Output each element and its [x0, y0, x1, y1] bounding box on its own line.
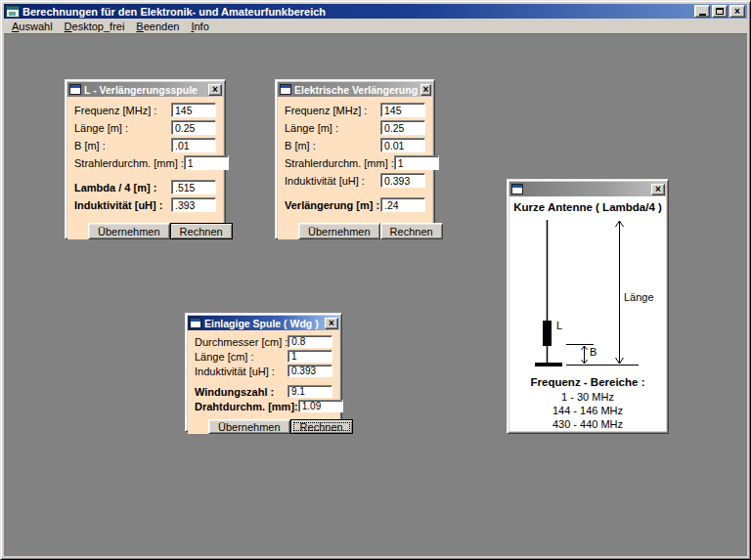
frequency-ranges-heading: Frequenz - Bereiche :: [509, 376, 666, 388]
menu-auswahl[interactable]: Auswahl: [6, 20, 59, 33]
lambda4-output[interactable]: [171, 180, 216, 194]
dialog-title: Einlagige Spule ( Wdg ): [204, 318, 319, 329]
dialog-form: Durchmesser [cm] : Länge [cm] : Induktiv…: [188, 330, 339, 434]
close-icon: ×: [655, 185, 661, 194]
uebernehmen-button[interactable]: Übernehmen: [298, 223, 380, 239]
close-icon: ×: [423, 85, 429, 94]
uebernehmen-button[interactable]: Übernehmen: [88, 223, 170, 239]
laenge-input[interactable]: [380, 120, 425, 135]
induktivitaet-input[interactable]: [380, 173, 425, 188]
button-row: Übernehmen Rechnen: [74, 223, 216, 239]
b-input[interactable]: [171, 138, 216, 152]
field-row: Strahlerdurchm. [mm] :: [74, 155, 216, 170]
close-icon: ×: [329, 319, 334, 327]
frequency-range: 430 - 440 MHz: [509, 418, 666, 430]
form-icon[interactable]: [190, 318, 201, 328]
rechnen-button[interactable]: Rechnen: [170, 223, 233, 239]
laenge-input[interactable]: [171, 120, 216, 135]
form-icon[interactable]: [511, 184, 523, 194]
dialog-title-bar[interactable]: L - Verlängerungsspule ×: [67, 82, 223, 97]
window-controls: ×: [694, 5, 745, 18]
laenge-input[interactable]: [287, 350, 332, 363]
base-height-label: B: [590, 346, 596, 358]
minimize-icon: [699, 14, 706, 16]
dialog-close-button[interactable]: ×: [208, 84, 222, 96]
field-row: Drahtdurchm. [mm]:: [195, 400, 332, 412]
button-row: Übernehmen Rechnen: [195, 419, 332, 434]
b-input[interactable]: [380, 138, 425, 152]
minimize-button[interactable]: [694, 5, 710, 18]
dialog-title-bar[interactable]: Einlagige Spule ( Wdg ) ×: [188, 316, 339, 330]
menu-info[interactable]: Info: [185, 20, 214, 33]
strahlerdurchm-label: Strahlerdurchm. [mm] :: [74, 157, 184, 169]
length-label: Länge: [624, 291, 654, 303]
main-title-bar: Berechnungen für den Elektronik- und Ama…: [4, 4, 747, 19]
menu-beenden[interactable]: Beenden: [130, 20, 185, 33]
antenna-diagram: Kurze Antenne ( Lambda/4 ): [509, 196, 666, 431]
frequency-range: 1 - 30 MHz: [509, 391, 666, 403]
rechnen-button[interactable]: Rechnen: [290, 419, 353, 434]
application-icon[interactable]: [6, 6, 20, 18]
windungszahl-output[interactable]: [287, 385, 332, 398]
rechnen-button[interactable]: Rechnen: [380, 223, 443, 239]
menu-desktop-frei[interactable]: Desktop_frei: [59, 20, 131, 33]
b-label: B [m] :: [74, 140, 106, 151]
dialog-close-button[interactable]: ×: [325, 318, 338, 329]
button-row: Übernehmen Rechnen: [285, 223, 425, 239]
frequenz-label: Frequenz [MHz] :: [285, 105, 367, 116]
field-row: B [m] :: [74, 138, 216, 152]
dialog-verlaengerungsspule: L - Verlängerungsspule × Frequenz [MHz] …: [65, 79, 226, 239]
close-button[interactable]: ×: [729, 5, 745, 18]
dialog-form: Frequenz [MHz] : Länge [m] : B [m] : Str…: [278, 97, 432, 239]
dialog-title: L - Verlängerungsspule: [84, 84, 198, 96]
dialog-form: Frequenz [MHz] : Länge [m] : B [m] : Str…: [67, 97, 223, 239]
dialog-einlagige-spule: Einlagige Spule ( Wdg ) × Durchmesser [c…: [185, 313, 342, 432]
dialog-title: Elektrische Verlängerung: [294, 84, 418, 96]
main-window-title: Berechnungen für den Elektronik- und Ama…: [22, 6, 326, 18]
field-row: Länge [cm] :: [195, 350, 332, 363]
form-icon[interactable]: [69, 84, 81, 95]
drahtdurchm-output[interactable]: [298, 400, 343, 412]
laenge-label: Länge [m] :: [74, 122, 128, 134]
frequenz-input[interactable]: [380, 103, 425, 117]
maximize-button[interactable]: [712, 5, 728, 18]
field-row: Länge [m] :: [285, 120, 425, 135]
coil-label: L: [556, 320, 562, 331]
mdi-client-area: L - Verlängerungsspule × Frequenz [MHz] …: [4, 33, 747, 556]
induktivitaet-input[interactable]: [287, 365, 332, 377]
field-row: Verlängerung [m] :: [285, 197, 425, 212]
verlaengerung-label: Verlängerung [m] :: [285, 199, 379, 211]
field-row: Strahlerdurchm. [mm] :: [285, 155, 425, 170]
field-row: Durchmesser [cm] :: [195, 335, 332, 348]
field-row: Lambda / 4 [m] :: [74, 180, 216, 194]
verlaengerung-output[interactable]: [380, 197, 425, 212]
dialog-close-button[interactable]: ×: [651, 184, 665, 195]
frequenz-input[interactable]: [171, 103, 216, 117]
field-row: Windungszahl :: [195, 385, 332, 398]
close-icon: ×: [212, 85, 218, 94]
field-row: Frequenz [MHz] :: [285, 103, 425, 117]
strahlerdurchm-input[interactable]: [394, 155, 439, 170]
durchmesser-input[interactable]: [287, 335, 332, 348]
uebernehmen-button[interactable]: Übernehmen: [208, 419, 290, 434]
field-row: B [m] :: [285, 138, 425, 152]
strahlerdurchm-input[interactable]: [184, 155, 229, 170]
induktivitaet-label: Induktivität [uH] :: [195, 366, 275, 377]
form-icon[interactable]: [280, 84, 291, 95]
induktivitaet-label: Induktivität [uH] :: [285, 175, 365, 187]
dialog-title-bar[interactable]: Elektrische Verlängerung ×: [278, 82, 432, 97]
windungszahl-label: Windungszahl :: [195, 386, 274, 398]
menu-bar: Auswahl Desktop_frei Beenden Info: [4, 19, 747, 33]
close-icon: ×: [734, 7, 740, 17]
frequenz-label: Frequenz [MHz] :: [74, 105, 156, 116]
application-window: Berechnungen für den Elektronik- und Ama…: [0, 0, 751, 560]
dialog-title-bar[interactable]: ×: [509, 182, 666, 196]
lambda4-label: Lambda / 4 [m] :: [74, 182, 156, 194]
laenge-label: Länge [cm] :: [195, 351, 254, 363]
durchmesser-label: Durchmesser [cm] :: [195, 336, 287, 348]
dialog-close-button[interactable]: ×: [420, 84, 431, 96]
field-row: Länge [m] :: [74, 120, 216, 135]
induktivitaet-output[interactable]: [171, 197, 216, 212]
dialog-elektrische-verlaengerung: Elektrische Verlängerung × Frequenz [MHz…: [275, 79, 435, 239]
strahlerdurchm-label: Strahlerdurchm. [mm] :: [285, 157, 394, 169]
